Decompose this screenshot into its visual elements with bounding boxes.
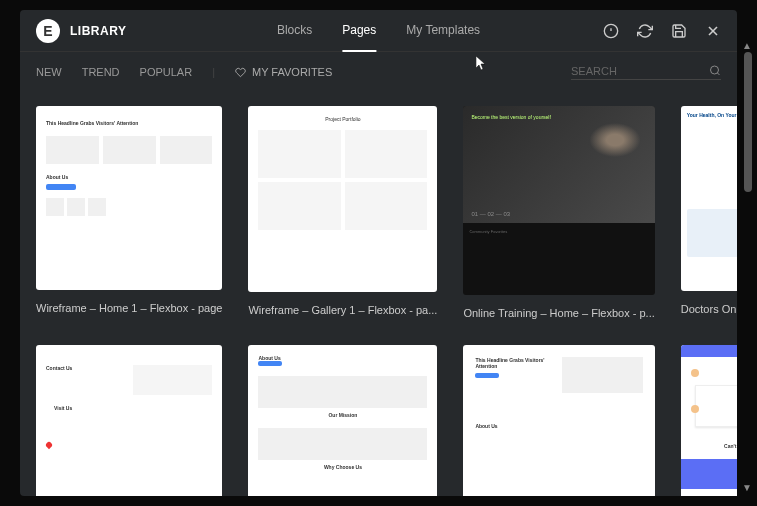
template-title: Wireframe – Gallery 1 – Flexbox - pa... [248,304,437,316]
template-card[interactable]: Plans For Every Team Can't Decide Which … [681,345,737,496]
template-thumb: Contact Us Visit Us [36,345,222,496]
tab-blocks[interactable]: Blocks [277,10,312,52]
header-tabs: Blocks Pages My Templates [277,10,480,52]
svg-point-3 [711,66,719,74]
template-thumb: This Headline Grabs Visitors' Attention … [36,106,222,290]
template-card[interactable]: Contact Us Visit Us Wireframe – Contact … [36,345,222,496]
template-thumb: This Headline Grabs Visitors' Attention … [463,345,654,496]
template-thumb: About Us Our Mission Why Choose Us [248,345,437,496]
template-card[interactable]: Project Portfolio Wireframe – Gallery 1 … [248,106,437,319]
template-card[interactable]: This Headline Grabs Visitors' Attention … [463,345,654,496]
template-thumb: Become the best version of yourself 01 —… [463,106,654,295]
library-modal: E LIBRARY Blocks Pages My Templates NEW … [20,10,737,496]
search-icon[interactable] [709,64,721,77]
modal-header: E LIBRARY Blocks Pages My Templates [20,10,737,52]
filter-separator: | [212,66,215,78]
header-actions [603,23,721,39]
filter-popular[interactable]: POPULAR [140,66,193,78]
elementor-logo: E [36,19,60,43]
template-thumb: Project Portfolio [248,106,437,292]
template-grid: This Headline Grabs Visitors' Attention … [20,92,737,496]
filter-trend[interactable]: TREND [82,66,120,78]
scroll-up-icon[interactable]: ▲ [742,40,752,50]
template-title: Wireframe – Home 1 – Flexbox - page [36,302,222,314]
scroll-down-icon[interactable]: ▼ [742,482,752,492]
close-icon[interactable] [705,23,721,39]
sync-icon[interactable] [637,23,653,39]
search-input[interactable] [571,65,709,77]
template-title: Online Training – Home – Flexbox - p... [463,307,654,319]
template-card[interactable]: Your Health, On Your Time Goodbye Waitin… [681,106,737,319]
template-thumb: Plans For Every Team Can't Decide Which … [681,345,737,496]
import-icon[interactable] [603,23,619,39]
tab-my-templates[interactable]: My Templates [406,10,480,52]
template-title: Doctors Online Consultation – Flexb... [681,303,737,315]
template-card[interactable]: About Us Our Mission Why Choose Us Wiref… [248,345,437,496]
subheader: NEW TREND POPULAR | MY FAVORITES [20,52,737,92]
heart-icon [235,67,246,78]
template-card[interactable]: Become the best version of yourself 01 —… [463,106,654,319]
filter-favorites[interactable]: MY FAVORITES [235,66,332,78]
filter-new[interactable]: NEW [36,66,62,78]
tab-pages[interactable]: Pages [342,10,376,52]
scrollbar-thumb[interactable] [744,52,752,192]
library-title: LIBRARY [70,24,126,38]
template-card[interactable]: This Headline Grabs Visitors' Attention … [36,106,222,319]
favorites-label: MY FAVORITES [252,66,332,78]
search-wrap [571,64,721,80]
save-icon[interactable] [671,23,687,39]
template-thumb: Your Health, On Your Time Goodbye Waitin… [681,106,737,291]
svg-line-4 [717,73,719,75]
